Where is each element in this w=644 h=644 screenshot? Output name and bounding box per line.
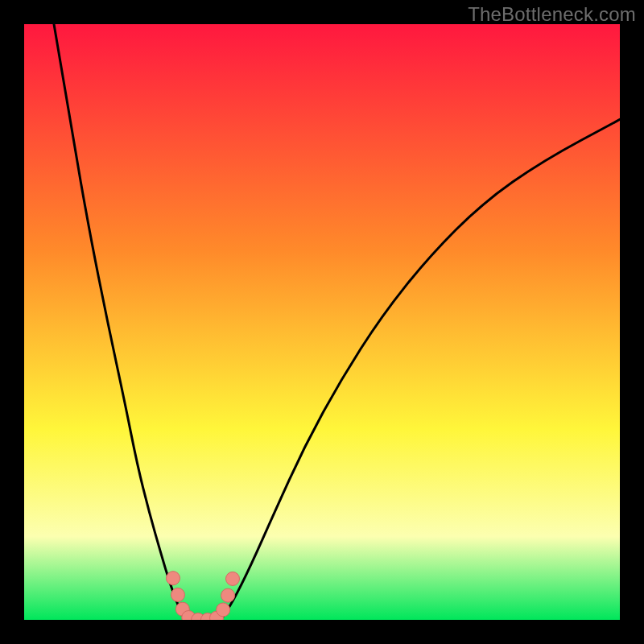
watermark-text: TheBottleneck.com bbox=[468, 3, 636, 26]
data-marker bbox=[217, 603, 230, 617]
data-marker bbox=[171, 588, 184, 601]
plot-area bbox=[24, 24, 620, 620]
chart-frame: TheBottleneck.com bbox=[0, 0, 644, 644]
data-marker bbox=[167, 572, 180, 585]
data-marker bbox=[221, 588, 235, 602]
data-marker bbox=[226, 572, 240, 585]
plot-svg bbox=[24, 24, 620, 620]
gradient-background bbox=[24, 24, 620, 620]
